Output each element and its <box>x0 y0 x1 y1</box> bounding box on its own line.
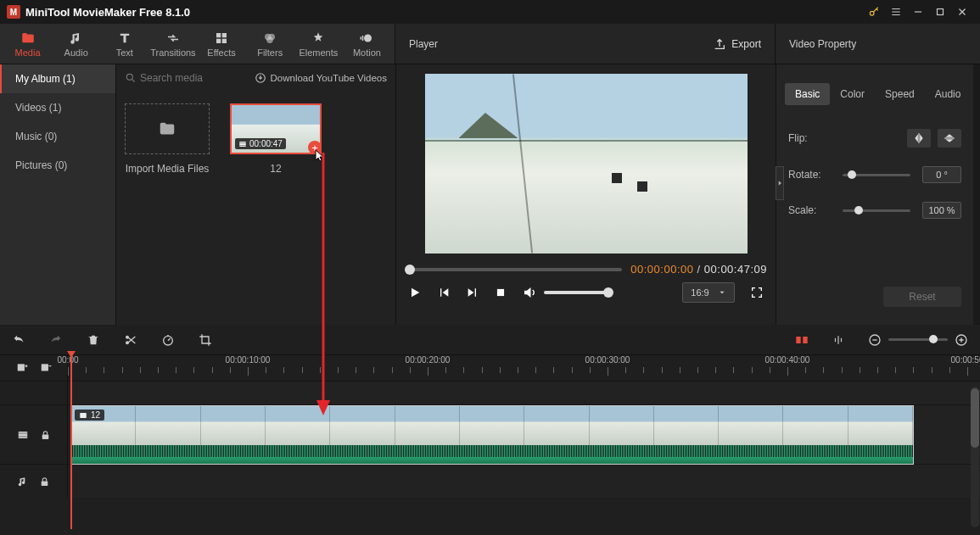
export-label: Export <box>731 38 761 50</box>
tab-elements[interactable]: Elements <box>294 24 343 64</box>
fit-zoom-button[interactable] <box>832 334 844 346</box>
add-track-icon[interactable] <box>15 362 29 374</box>
playhead[interactable] <box>70 356 72 529</box>
view-mode-button[interactable] <box>795 335 809 345</box>
svg-rect-19 <box>796 337 800 343</box>
tab-label: Motion <box>353 47 381 58</box>
export-button[interactable]: Export <box>713 37 761 51</box>
import-media-button[interactable] <box>125 103 210 154</box>
video-preview[interactable] <box>405 73 767 254</box>
flip-horizontal-button[interactable] <box>907 129 931 148</box>
reset-button[interactable]: Reset <box>883 287 961 307</box>
ruler-label: 00:00 <box>57 355 78 365</box>
category-tabs: Media Audio Text Transitions Effects Fil… <box>0 24 395 64</box>
prop-tab-audio[interactable]: Audio <box>925 83 972 105</box>
prop-tab-speed[interactable]: Speed <box>875 83 925 105</box>
tab-label: Audio <box>64 47 88 58</box>
tab-filters[interactable]: Filters <box>246 24 294 64</box>
chevron-down-icon <box>718 288 726 297</box>
scrub-bar[interactable] <box>405 268 622 271</box>
video-track-icon <box>16 429 30 441</box>
menu-icon[interactable] <box>885 1 907 23</box>
ruler-label: 00:00:20:00 <box>406 355 451 365</box>
scale-slider[interactable] <box>843 209 910 212</box>
tab-label: Media <box>15 47 41 58</box>
rotate-slider[interactable] <box>843 174 910 176</box>
svg-rect-25 <box>19 431 28 437</box>
volume-button[interactable] <box>522 285 537 300</box>
ruler-label: 00:00:30:00 <box>585 355 630 365</box>
scale-label: Scale: <box>788 204 831 216</box>
download-youtube-link[interactable]: Download YouTube Videos <box>255 72 387 84</box>
app-logo: M <box>7 5 20 19</box>
download-label: Download YouTube Videos <box>271 73 387 83</box>
ruler-label: 00:00:50 <box>951 355 980 365</box>
flip-vertical-button[interactable] <box>938 129 961 148</box>
media-clip-thumbnail[interactable]: 00:00:47 + <box>230 103 322 154</box>
fullscreen-button[interactable] <box>750 286 764 299</box>
remove-track-icon[interactable] <box>39 362 53 374</box>
tab-media[interactable]: Media <box>3 24 52 64</box>
svg-point-9 <box>364 34 372 42</box>
svg-rect-13 <box>497 289 504 296</box>
prev-frame-button[interactable] <box>437 286 451 299</box>
search-input[interactable] <box>140 72 242 84</box>
app-title: MiniTool MovieMaker Free 8.1.0 <box>25 6 190 19</box>
tab-label: Text <box>116 47 133 58</box>
stop-button[interactable] <box>495 287 507 298</box>
svg-rect-26 <box>42 434 49 438</box>
crop-button[interactable] <box>199 333 212 347</box>
maximize-button[interactable] <box>929 1 951 23</box>
delete-button[interactable] <box>87 333 100 347</box>
undo-button[interactable] <box>12 333 25 347</box>
timeline-scrollbar[interactable] <box>971 387 979 527</box>
close-button[interactable] <box>951 1 973 23</box>
prop-tab-color[interactable]: Color <box>830 83 875 105</box>
video-icon <box>79 411 87 420</box>
redo-button[interactable] <box>49 333 63 347</box>
lock-icon[interactable] <box>39 476 50 488</box>
svg-point-10 <box>126 74 132 80</box>
prop-tab-basic[interactable]: Basic <box>785 83 830 105</box>
minimize-button[interactable] <box>907 1 929 23</box>
sidebar-item-pictures[interactable]: Pictures (0) <box>0 151 115 180</box>
speed-button[interactable] <box>161 333 175 347</box>
flip-label: Flip: <box>788 132 831 144</box>
next-frame-button[interactable] <box>466 286 479 299</box>
player-panel: 00:00:00:00 / 00:00:47:09 16:9 <box>396 64 776 325</box>
svg-rect-1 <box>938 9 944 15</box>
zoom-slider[interactable] <box>888 338 948 341</box>
split-button[interactable] <box>124 333 137 347</box>
video-track-head <box>0 405 68 464</box>
zoom-in-button[interactable] <box>955 333 968 347</box>
tab-effects[interactable]: Effects <box>198 24 246 64</box>
video-track[interactable]: 12 <box>68 405 980 464</box>
tab-text[interactable]: Text <box>100 24 148 64</box>
aspect-ratio-select[interactable]: 16:9 <box>682 282 735 303</box>
audio-track-head <box>0 465 68 498</box>
volume-slider[interactable] <box>544 291 612 294</box>
activate-key-icon[interactable] <box>863 1 885 23</box>
collapse-panel-button[interactable] <box>776 166 784 200</box>
tab-motion[interactable]: Motion <box>343 24 391 64</box>
clip-duration-badge: 00:00:47 <box>235 138 286 149</box>
props-panel-header: Video Property <box>776 24 980 64</box>
audio-track[interactable] <box>68 465 980 498</box>
rotate-value[interactable]: 0 ° <box>922 166 961 183</box>
sidebar-item-my-album[interactable]: My Album (1) <box>0 64 115 93</box>
scale-value[interactable]: 100 % <box>922 202 961 219</box>
overlay-track[interactable] <box>68 382 980 404</box>
timeline-clip[interactable]: 12 <box>70 405 914 465</box>
svg-rect-2 <box>216 33 221 37</box>
clip-name: 12 <box>270 163 281 175</box>
tab-transitions[interactable]: Transitions <box>148 24 197 64</box>
sidebar-item-music[interactable]: Music (0) <box>0 122 115 151</box>
zoom-out-button[interactable] <box>868 333 882 347</box>
svg-rect-24 <box>41 364 48 371</box>
search-icon <box>125 72 137 84</box>
lock-icon[interactable] <box>40 429 51 441</box>
time-ruler[interactable]: 00:0000:00:10:0000:00:20:0000:00:30:0000… <box>68 355 980 381</box>
tab-audio[interactable]: Audio <box>52 24 100 64</box>
play-button[interactable] <box>408 286 422 299</box>
sidebar-item-videos[interactable]: Videos (1) <box>0 93 115 122</box>
